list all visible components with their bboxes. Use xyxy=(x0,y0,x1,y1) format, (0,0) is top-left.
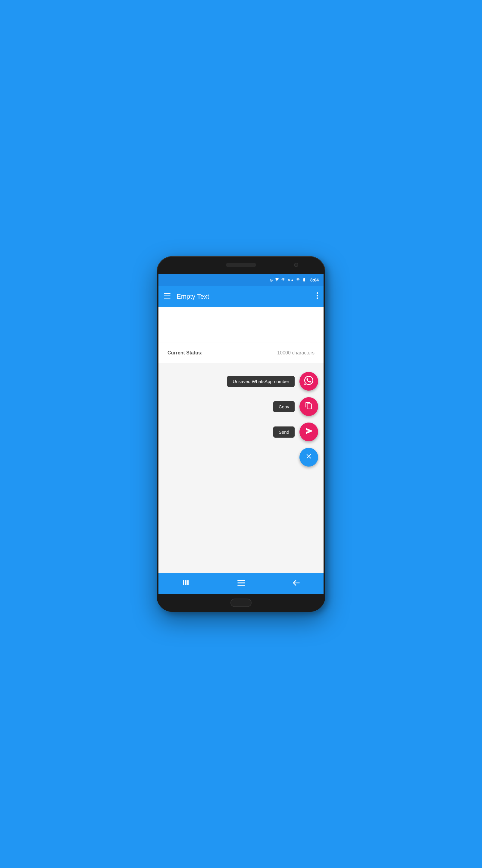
alarm-icon xyxy=(275,278,279,283)
phone-speaker xyxy=(226,263,256,267)
svg-point-4 xyxy=(317,295,318,297)
nav-back-icon[interactable] xyxy=(293,580,300,587)
battery-icon xyxy=(302,278,307,283)
status-icons: ⊖ ✕▲ xyxy=(269,278,307,283)
status-label: Current Status: xyxy=(167,350,202,355)
close-fab-button[interactable] xyxy=(299,448,318,467)
phone-bottom xyxy=(157,594,325,612)
bottom-nav xyxy=(158,573,324,594)
svg-rect-6 xyxy=(183,580,184,585)
fab-area: Unsaved WhatsApp number Co xyxy=(158,363,324,573)
nav-lines-icon[interactable] xyxy=(182,580,190,587)
send-fab-button[interactable] xyxy=(299,423,318,441)
svg-rect-0 xyxy=(164,293,170,294)
home-button[interactable] xyxy=(230,598,252,607)
app-title: Empty Text xyxy=(176,293,317,301)
send-fab-row: Send xyxy=(273,423,318,441)
phone-shell: ⊖ ✕▲ xyxy=(157,256,325,612)
svg-rect-7 xyxy=(185,580,187,585)
svg-point-3 xyxy=(317,292,318,294)
close-fab-row xyxy=(299,448,318,467)
copy-fab-button[interactable] xyxy=(299,397,318,416)
copy-icon xyxy=(305,402,313,411)
status-bar: ⊖ ✕▲ xyxy=(158,274,324,286)
nav-menu-icon[interactable] xyxy=(237,580,245,587)
dnd-icon: ⊖ xyxy=(269,278,273,282)
phone-shadow xyxy=(3,6,172,362)
app-bar: Empty Text xyxy=(158,286,324,307)
svg-rect-9 xyxy=(237,580,245,581)
svg-point-5 xyxy=(317,298,318,299)
copy-fab-label: Copy xyxy=(273,401,295,412)
status-value: 10000 characters xyxy=(277,350,315,355)
wifi-icon xyxy=(281,278,286,283)
phone-top-bar xyxy=(157,256,325,274)
more-vertical-icon[interactable] xyxy=(317,292,318,301)
svg-rect-11 xyxy=(237,585,245,586)
signal-icon xyxy=(296,278,300,283)
svg-rect-2 xyxy=(164,298,170,299)
whatsapp-fab-row: Unsaved WhatsApp number xyxy=(227,372,318,391)
status-card: Current Status: 10000 characters xyxy=(158,343,324,363)
svg-rect-10 xyxy=(237,583,245,584)
phone-camera xyxy=(294,263,298,267)
send-fab-label: Send xyxy=(273,427,295,438)
signal-x-icon: ✕▲ xyxy=(287,278,294,282)
send-icon xyxy=(306,427,313,437)
status-time: 8:04 xyxy=(310,278,319,282)
whatsapp-icon xyxy=(304,376,313,387)
page-wrapper: ⊖ ✕▲ xyxy=(0,0,482,868)
whatsapp-fab-label: Unsaved WhatsApp number xyxy=(227,376,295,387)
whatsapp-fab-button[interactable] xyxy=(299,372,318,391)
hamburger-icon[interactable] xyxy=(164,293,170,300)
phone-screen: ⊖ ✕▲ xyxy=(158,274,324,594)
svg-rect-1 xyxy=(164,296,170,297)
close-icon xyxy=(305,453,313,462)
svg-rect-8 xyxy=(187,580,189,585)
content-area: Current Status: 10000 characters Unsaved… xyxy=(158,307,324,573)
copy-fab-row: Copy xyxy=(273,397,318,416)
text-input-area[interactable] xyxy=(158,307,324,343)
